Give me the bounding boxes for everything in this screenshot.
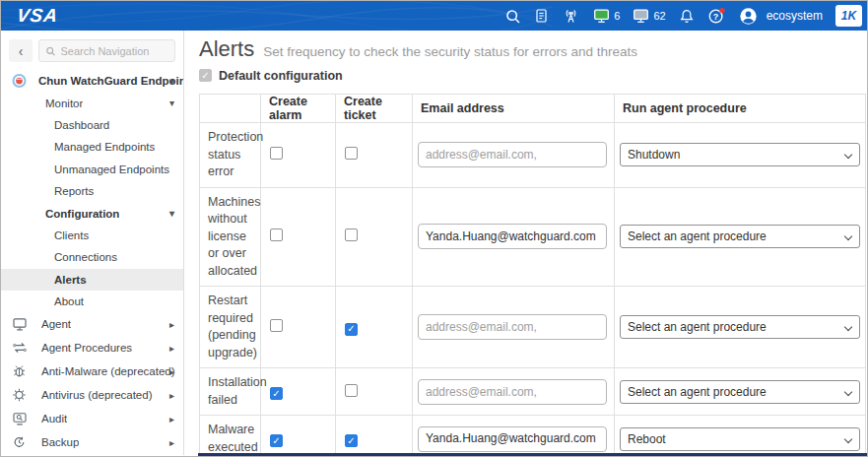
email-address-input[interactable]: [418, 379, 607, 405]
sidebar-item-reports[interactable]: Reports: [1, 180, 183, 202]
agent-procedure-select[interactable]: Shutdown: [620, 143, 860, 166]
column-header-create-ticket: Create ticket: [336, 95, 413, 123]
alert-type-label: Protection status error: [200, 123, 261, 188]
chevron-right-icon[interactable]: ▸: [169, 343, 174, 354]
chevron-right-icon[interactable]: ▸: [169, 366, 174, 377]
create-ticket-checkbox-cell: [336, 123, 413, 188]
agent-procedures-icon: [12, 341, 28, 356]
create-ticket-checkbox-cell: [336, 187, 413, 287]
create-ticket-checkbox[interactable]: [345, 147, 358, 160]
email-address-input[interactable]: [418, 426, 607, 452]
default-configuration-checkbox[interactable]: ✓: [199, 69, 212, 82]
notifications-icon[interactable]: [679, 8, 695, 25]
vsa-window: VSA 662? ecosystem 1K ‹ Chun WatchGuard …: [0, 0, 868, 457]
user-avatar-icon[interactable]: [739, 7, 758, 26]
sidebar-item-label: Connections: [1, 251, 117, 263]
sidebar-item-label: Configuration: [1, 208, 119, 220]
agent-procedure-selected-value: Select an agent procedure: [628, 320, 767, 334]
topbar-wave-decoration: [1, 1, 553, 31]
search-icon[interactable]: [504, 8, 521, 25]
sidebar-item-managed-endpoints[interactable]: Managed Endpoints: [1, 136, 183, 158]
managed-machines-icon[interactable]: 6: [593, 8, 620, 24]
create-ticket-checkbox[interactable]: ✓: [345, 323, 358, 336]
create-alarm-checkbox[interactable]: [270, 319, 283, 332]
create-alarm-checkbox[interactable]: ✓: [270, 434, 283, 447]
create-ticket-checkbox[interactable]: [345, 384, 358, 397]
chevron-right-icon[interactable]: ▸: [169, 437, 174, 448]
search-navigation-input[interactable]: [61, 45, 168, 57]
sidebar-item-antivirus-deprecated[interactable]: Antivirus (deprecated)▸: [1, 383, 183, 407]
sidebar-item-monitor[interactable]: Monitor▾: [1, 92, 183, 113]
chevron-down-icon: [844, 434, 852, 442]
sidebar-item-backup[interactable]: Backup▸: [1, 430, 183, 454]
email-address-cell: [413, 187, 615, 287]
create-alarm-checkbox[interactable]: [270, 228, 283, 241]
agent-procedure-select[interactable]: Reboot: [620, 427, 860, 451]
chevron-down-icon[interactable]: ▾: [169, 208, 174, 219]
sidebar-item-audit[interactable]: Audit▸: [1, 407, 183, 430]
sidebar-item-label: Anti-Malware (deprecated): [1, 365, 175, 377]
sidebar-item-alerts[interactable]: Alerts: [1, 269, 183, 291]
chevron-down-icon[interactable]: ▾: [169, 98, 174, 108]
chevron-right-icon[interactable]: ▸: [169, 319, 174, 330]
sidebar-item-unmanaged-endpoints[interactable]: Unmanaged Endpoints: [1, 159, 183, 180]
sidebar-item-about[interactable]: About: [1, 291, 183, 312]
sidebar-item-anti-malware-deprecated[interactable]: Anti-Malware (deprecated)▸: [1, 359, 183, 383]
sidebar-item-label: Monitor: [1, 98, 83, 109]
alert-row-malware-executed: Malware executed✓✓Reboot: [200, 416, 866, 457]
page-title: Alerts: [199, 36, 254, 62]
offline-machines-icon[interactable]: 62: [633, 8, 665, 24]
agent-procedure-selected-value: Shutdown: [628, 148, 680, 162]
watchguard-org-icon: [12, 74, 27, 89]
email-address-input[interactable]: [418, 142, 607, 167]
username-label[interactable]: ecosystem: [767, 9, 823, 23]
column-header-email-address: Email address: [413, 95, 615, 123]
email-address-cell: [413, 287, 615, 368]
sidebar-item-agent-procedures[interactable]: Agent Procedures▸: [1, 336, 183, 359]
email-address-input[interactable]: [418, 224, 607, 249]
alert-type-label: Malware executed: [200, 416, 261, 457]
chevron-down-icon: [844, 387, 852, 395]
broadcast-icon[interactable]: [562, 8, 580, 25]
sidebar-collapse-button[interactable]: ‹: [9, 39, 33, 62]
chevron-right-icon[interactable]: ▸: [169, 414, 174, 424]
create-ticket-checkbox-cell: ✓: [336, 287, 413, 368]
sidebar-search[interactable]: [38, 39, 175, 62]
email-address-input[interactable]: [418, 314, 607, 340]
alert-row-installation-failed: Installation failed✓Select an agent proc…: [200, 368, 866, 416]
sidebar-item-clients[interactable]: Clients: [1, 225, 183, 246]
sidebar-item-connections[interactable]: Connections: [1, 246, 183, 268]
help-icon[interactable]: ?: [707, 7, 726, 25]
agent-procedure-select[interactable]: Select an agent procedure: [620, 225, 860, 248]
alert-row-machines-without-license-or-over-allocated: Machines without license or over allocat…: [200, 187, 866, 287]
alerts-table: Create alarmCreate ticketEmail addressRu…: [199, 94, 866, 456]
chevron-down-icon[interactable]: ▾: [169, 76, 174, 87]
audit-icon: [12, 412, 28, 426]
run-agent-procedure-cell: Select an agent procedure: [615, 187, 866, 287]
alert-type-label: Installation failed: [200, 368, 261, 416]
offline-machines-icon-count: 62: [653, 10, 665, 22]
create-ticket-checkbox[interactable]: [345, 228, 358, 241]
agent-procedure-select[interactable]: Select an agent procedure: [620, 380, 860, 404]
sidebar-item-label: Reports: [1, 185, 94, 197]
run-agent-procedure-cell: Select an agent procedure: [615, 368, 866, 416]
sidebar-item-agent[interactable]: Agent▸: [1, 312, 183, 336]
sidebar-item-configuration[interactable]: Configuration▾: [1, 202, 183, 224]
email-address-cell: [413, 123, 615, 188]
create-alarm-checkbox-cell: [261, 187, 336, 287]
report-icon[interactable]: [534, 8, 549, 24]
agent-procedure-selected-value: Select an agent procedure: [628, 229, 767, 243]
create-alarm-checkbox[interactable]: [270, 147, 283, 160]
create-ticket-checkbox[interactable]: ✓: [345, 434, 358, 447]
sidebar-item-dashboard[interactable]: Dashboard: [1, 114, 183, 136]
agent-procedure-select[interactable]: Select an agent procedure: [620, 315, 860, 339]
create-alarm-checkbox[interactable]: ✓: [270, 387, 283, 400]
chevron-right-icon[interactable]: ▸: [169, 390, 174, 401]
create-ticket-checkbox-cell: [336, 368, 413, 416]
main-content: Alerts Set frequency to check the securi…: [185, 31, 866, 456]
sidebar-item-label: Chun WatchGuard Endpoint ...: [1, 75, 183, 87]
page-subtitle: Set frequency to check the security stat…: [263, 44, 637, 59]
sidebar-item-chun-watchguard-endpoint[interactable]: Chun WatchGuard Endpoint ...▾: [1, 70, 183, 92]
kaseya-brand-badge[interactable]: 1K: [835, 5, 862, 27]
chevron-down-icon: [844, 151, 852, 159]
